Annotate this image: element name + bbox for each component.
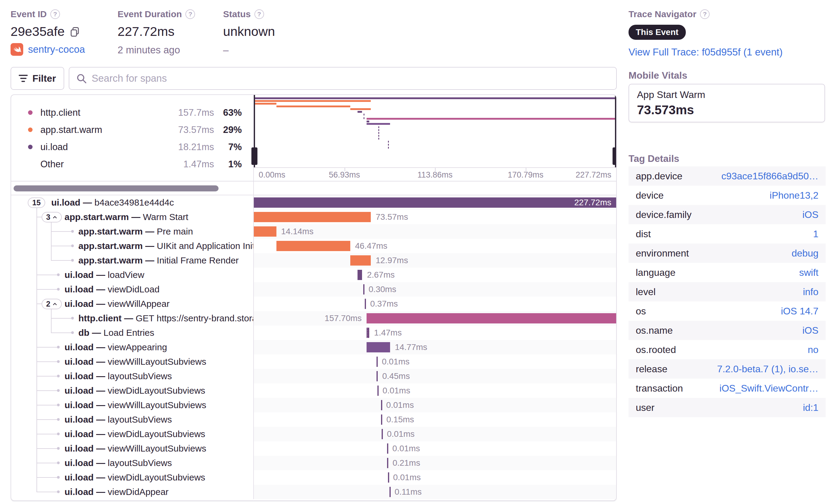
view-full-trace-link[interactable]: View Full Trace: f05d955f (1 event) [628,47,783,58]
tag-value-link[interactable]: iOS [803,209,818,220]
span-children-count-pill[interactable]: 3 [42,212,62,222]
span-row[interactable]: ui.load — layoutSubViews0.21ms [11,456,616,470]
app-start-warm-card[interactable]: App Start Warm 73.573ms [628,84,825,123]
tree-connector-line [36,434,57,434]
tag-value-link[interactable]: 1 [813,229,818,240]
tag-key: level [636,286,656,297]
minimap-right-handle[interactable] [615,95,616,167]
minimap-handle-grip[interactable] [613,148,617,165]
span-row[interactable]: 3app.start.warm — Warm Start73.57ms [11,210,616,224]
span-row[interactable]: ui.load — viewDidLayoutSubviews0.01ms [11,383,616,398]
span-bar[interactable] [365,299,366,309]
tag-value-link[interactable]: iOS [803,325,818,336]
tree-horizontal-scrollbar[interactable] [11,182,254,195]
tag-value-link[interactable]: debug [791,248,818,259]
span-bar[interactable] [388,472,389,483]
span-row[interactable]: 2ui.load — viewWillAppear0.37ms [11,297,616,311]
span-row[interactable]: ui.load — layoutSubViews0.15ms [11,413,616,427]
help-icon[interactable]: ? [700,9,710,19]
tag-value-link[interactable]: iOS_Swift.ViewContr… [720,383,818,394]
span-bar[interactable] [254,197,616,208]
help-icon[interactable]: ? [254,9,264,19]
span-row[interactable]: ui.load — viewAppearing14.77ms [11,340,616,354]
span-bar[interactable] [367,313,616,323]
span-bar[interactable] [376,371,378,381]
tag-key: os.rooted [636,344,676,355]
span-tree-cell: ui.load — viewDidLayoutSubviews [11,470,254,485]
help-icon[interactable]: ? [50,9,60,19]
span-bar[interactable] [389,487,391,497]
span-bar[interactable] [387,444,388,454]
span-duration-cell: 14.14ms [254,224,616,239]
span-duration-label: 0.01ms [383,383,410,398]
span-bar[interactable] [277,241,350,251]
tree-connector-line [36,303,42,304]
span-row[interactable]: ui.load — viewWillLayoutSubviews0.01ms [11,354,616,369]
span-bar[interactable] [254,227,277,237]
span-tree-cell: ui.load — viewWillLayoutSubviews [11,354,254,369]
span-row[interactable]: ui.load — viewWillLayoutSubviews0.01ms [11,398,616,413]
span-bar[interactable] [254,212,371,222]
minimap-left-handle[interactable] [254,95,255,167]
span-row[interactable]: ui.load — viewDidAppear0.11ms [11,485,616,499]
span-bar[interactable] [378,386,379,396]
span-bar[interactable] [387,458,388,468]
span-bar[interactable] [363,284,364,294]
trace-minimap[interactable] [254,95,616,167]
tag-value-link[interactable]: c93ace15f866a9d50… [721,170,818,182]
span-bar[interactable] [350,255,371,266]
minimap-span-bar [367,123,390,125]
copy-icon[interactable] [69,26,80,37]
tag-value-link[interactable]: no [808,344,818,355]
span-row[interactable]: ui.load — viewDidLoad0.30ms [11,282,616,297]
span-title: ui.load — viewWillLayoutSubviews [64,441,206,456]
help-icon[interactable]: ? [185,9,195,19]
span-row[interactable]: http.client — GET https://sentry-brand.s… [11,311,616,325]
filter-button[interactable]: Filter [10,67,64,90]
axis-tick-label: 170.79ms [508,170,544,180]
span-row[interactable]: ui.load — viewWillLayoutSubviews0.01ms [11,441,616,456]
span-row[interactable]: ui.load — viewDidLayoutSubviews0.01ms [11,470,616,485]
tag-value-link[interactable]: 7.2.0-beta.7 (1), io.se… [717,364,818,375]
span-bar[interactable] [367,342,390,352]
span-row[interactable]: app.start.warm — Pre main14.14ms [11,224,616,239]
span-row[interactable]: ui.load — loadView2.67ms [11,268,616,282]
span-row[interactable]: ui.load — viewDidLayoutSubviews0.01ms [11,427,616,441]
minimap-span-bar [350,108,371,110]
span-bar[interactable] [381,400,382,410]
span-duration-label: 0.01ms [393,470,421,485]
project-link[interactable]: sentry-cocoa [28,44,85,55]
span-bar[interactable] [382,429,383,439]
tag-key: environment [636,248,689,259]
span-title: app.start.warm — UIKit and Application I… [78,239,254,253]
span-duration-cell: 12.97ms [254,253,616,268]
span-tree-cell: ui.load — layoutSubViews [11,369,254,383]
span-bar[interactable] [358,270,362,280]
tag-row: levelinfo [628,282,826,301]
span-duration-cell: 73.57ms [254,210,616,224]
span-row[interactable]: 15ui.load — b4ace34981e44d4c227.72ms [11,195,616,210]
span-bar[interactable] [381,415,382,425]
this-event-badge[interactable]: This Event [628,25,686,40]
span-row[interactable]: ui.load — layoutSubViews0.45ms [11,369,616,383]
span-row[interactable]: app.start.warm — UIKit and Application I… [11,239,616,253]
tag-value-link[interactable]: iOS 14.7 [781,306,818,317]
tag-value-link[interactable]: swift [799,267,818,278]
span-children-count-pill[interactable]: 2 [42,299,62,309]
scrollbar-thumb[interactable] [14,185,218,191]
search-input[interactable] [92,73,609,84]
tag-value-link[interactable]: info [803,286,818,297]
tag-value-link[interactable]: id:1 [803,402,818,413]
span-row[interactable]: app.start.warm — Initial Frame Render12.… [11,253,616,268]
tag-value-link[interactable]: iPhone13,2 [770,190,818,201]
tree-connector-dot [71,244,74,247]
span-duration-label: 0.01ms [392,441,420,456]
span-duration-cell: 1.47ms [254,325,616,340]
minimap-handle-grip[interactable] [252,148,257,165]
span-row[interactable]: db — Load Entries1.47ms [11,325,616,340]
span-children-count-pill[interactable]: 15 [28,197,45,208]
span-bar[interactable] [367,328,369,338]
status-sub: – [223,44,275,56]
span-duration-cell: 157.70ms [254,311,616,325]
span-bar[interactable] [376,356,378,367]
